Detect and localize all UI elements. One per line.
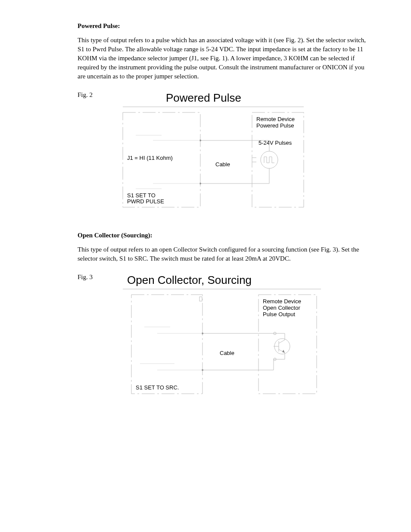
s1-label: S1 SET TO SRC. [136,384,179,391]
paragraph-open-collector: This type of output refers to an open Co… [78,245,372,263]
section-heading-powered-pulse: Powered Pulse: [78,22,372,31]
cable-label: Cable [215,161,230,168]
open-collector-label: Open Collector [263,305,300,311]
s1-label-line1: S1 SET TO [127,192,156,199]
svg-rect-16 [131,295,202,394]
remote-device-label: Remote Device [263,298,301,305]
diagram-title: Open Collector, Sourcing [127,274,252,286]
figure-3-label: Fig. 3 [78,271,93,282]
figure-2-row: Fig. 2 Powered Pulse Remote Device Power… [78,89,372,218]
figure-2-diagram: Powered Pulse Remote Device Powered Puls… [110,89,312,218]
cable-label: Cable [220,350,234,356]
svg-line-20 [279,340,285,343]
remote-device-pulse-label: Powered Pulse [256,122,294,129]
paragraph-powered-pulse: This type of output refers to a pulse wh… [78,36,372,81]
pulse-output-label: Pulse Output [263,311,296,317]
remote-device-label: Remote Device [256,116,295,122]
svg-rect-37 [199,297,202,301]
figure-3-row: Fig. 3 Open Collector, Sourcing Remote D… [78,271,372,404]
figure-2-label: Fig. 2 [78,89,93,100]
j1-label: J1 = HI (11 Kohm) [127,155,173,161]
section-heading-open-collector: Open Collector (Sourcing): [78,231,372,240]
figure-3-diagram: Open Collector, Sourcing Remote Device O… [110,271,325,404]
diagram-title: Powered Pulse [166,91,241,104]
svg-marker-22 [282,350,285,353]
transistor-icon [274,339,290,354]
s1-label-line2: PWRD PULSE [127,198,164,205]
